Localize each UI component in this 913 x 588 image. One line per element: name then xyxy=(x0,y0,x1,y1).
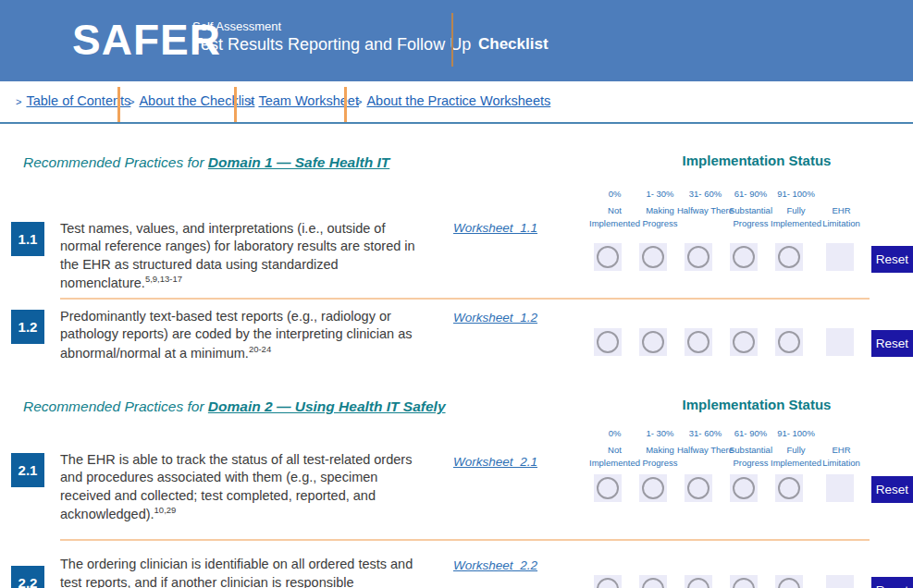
radio-circle-icon xyxy=(778,331,800,353)
worksheet-link-1-2[interactable]: Worksheet 1.2 xyxy=(453,311,537,325)
header-bar: SAFER Self Assessment Test Results Repor… xyxy=(0,0,913,81)
ehr-limitation-box[interactable] xyxy=(826,575,854,588)
radio-circle-icon xyxy=(778,477,800,499)
radio-circle-icon xyxy=(642,578,664,588)
practice-text: The EHR is able to track the status of a… xyxy=(60,451,428,523)
practice-id-badge: 1.2 xyxy=(11,310,44,344)
radio-circle-icon xyxy=(687,477,709,499)
worksheet-link-2-2[interactable]: Worksheet 2.2 xyxy=(453,558,537,572)
reset-button-2-1[interactable]: Reset xyxy=(871,476,913,503)
row-separator xyxy=(60,298,870,300)
status-radio-substantial-progress[interactable] xyxy=(730,575,758,588)
status-radio-not-implemented[interactable] xyxy=(594,243,622,271)
section-heading-domain-1: Recommended Practices for Domain 1 — Saf… xyxy=(23,154,389,171)
status-radio-fully-implemented[interactable] xyxy=(775,575,803,588)
radio-circle-icon xyxy=(733,246,755,268)
practice-text: The ordering clinician is identifiable o… xyxy=(60,556,428,588)
radio-circle-icon xyxy=(733,477,755,499)
implementation-status-title: Implementation Status xyxy=(664,153,849,168)
radio-circle-icon xyxy=(597,477,619,499)
ehr-limitation-box[interactable] xyxy=(826,243,854,271)
section-heading-domain-2: Recommended Practices for Domain 2 — Usi… xyxy=(23,398,446,415)
radio-circle-icon xyxy=(733,331,755,353)
nav-team-worksheet[interactable]: >Team Worksheet xyxy=(248,93,359,108)
status-radio-fully-implemented[interactable] xyxy=(775,243,803,271)
status-radio-substantial-progress[interactable] xyxy=(730,328,758,356)
status-radio-not-implemented[interactable] xyxy=(594,474,622,502)
nav-separator xyxy=(344,87,347,122)
status-radio-making-progress[interactable] xyxy=(639,474,667,502)
header-subtitle-small: Self Assessment xyxy=(192,19,281,33)
status-radio-substantial-progress[interactable] xyxy=(730,474,758,502)
status-column-header: EHR Limitation xyxy=(819,188,864,230)
status-radio-halfway-there[interactable] xyxy=(685,474,712,502)
chevron-right-icon: > xyxy=(16,96,21,107)
reset-button-1-1[interactable]: Reset xyxy=(871,246,913,273)
chevron-right-icon: > xyxy=(356,96,362,107)
practice-id-badge: 2.1 xyxy=(11,453,44,487)
radio-circle-icon xyxy=(733,578,755,588)
status-radio-group-2-2 xyxy=(594,575,854,588)
radio-circle-icon xyxy=(778,578,800,588)
practice-text: Predominantly text-based test reports (e… xyxy=(60,308,428,362)
header-page-type: Checklist xyxy=(478,35,549,54)
citation-superscript: 10,29 xyxy=(154,505,177,515)
citation-superscript: 5,9,13-17 xyxy=(145,274,182,284)
radio-circle-icon xyxy=(597,331,619,353)
status-radio-not-implemented[interactable] xyxy=(594,575,622,588)
domain-2-link[interactable]: Domain 2 — Using Health IT Safely xyxy=(208,398,446,414)
radio-circle-icon xyxy=(597,578,619,588)
nav-separator xyxy=(234,87,237,122)
status-radio-group-1-1 xyxy=(594,243,854,271)
row-separator xyxy=(60,539,870,541)
radio-circle-icon xyxy=(778,246,800,268)
status-radio-substantial-progress[interactable] xyxy=(730,243,758,271)
practice-id-badge: 1.1 xyxy=(11,222,44,256)
chevron-right-icon: > xyxy=(129,96,134,107)
ehr-limitation-box[interactable] xyxy=(826,328,854,356)
nav-separator xyxy=(117,87,120,122)
status-radio-making-progress[interactable] xyxy=(639,243,667,271)
radio-circle-icon xyxy=(642,331,664,353)
reset-button-1-2[interactable]: Reset xyxy=(871,330,913,357)
radio-circle-icon xyxy=(642,246,664,268)
status-radio-making-progress[interactable] xyxy=(639,328,667,356)
status-column-header: EHR Limitation xyxy=(819,427,864,470)
status-column-headers: 0%Not Implemented1- 30%Making Progress31… xyxy=(592,188,870,230)
domain-1-link[interactable]: Domain 1 — Safe Health IT xyxy=(208,154,389,170)
radio-circle-icon xyxy=(642,477,664,499)
status-radio-group-1-2 xyxy=(594,328,854,356)
chevron-right-icon: > xyxy=(248,96,253,107)
status-radio-halfway-there[interactable] xyxy=(685,328,712,356)
status-radio-not-implemented[interactable] xyxy=(594,328,622,356)
status-column-headers: 0%Not Implemented1- 30%Making Progress31… xyxy=(592,427,870,470)
practice-id-badge: 2.2 xyxy=(11,566,44,588)
status-radio-group-2-1 xyxy=(594,474,854,502)
nav-bottom-rule xyxy=(0,122,913,124)
radio-circle-icon xyxy=(597,246,619,268)
status-radio-fully-implemented[interactable] xyxy=(775,328,803,356)
radio-circle-icon xyxy=(687,246,709,268)
citation-superscript: 20-24 xyxy=(249,344,271,354)
checklist-page: SAFER Self Assessment Test Results Repor… xyxy=(0,0,913,588)
worksheet-link-1-1[interactable]: Worksheet 1.1 xyxy=(453,221,537,235)
status-radio-halfway-there[interactable] xyxy=(685,575,712,588)
nav-table-of-contents[interactable]: >Table of Contents xyxy=(16,93,130,108)
nav-about-practice-worksheets[interactable]: >About the Practice Worksheets xyxy=(356,93,550,108)
status-radio-fully-implemented[interactable] xyxy=(775,474,803,502)
header-subtitle: Test Results Reporting and Follow Up xyxy=(192,35,471,55)
radio-circle-icon xyxy=(687,331,709,353)
reset-button-2-2[interactable]: Reset xyxy=(871,577,913,588)
implementation-status-title: Implementation Status xyxy=(664,397,849,412)
status-radio-halfway-there[interactable] xyxy=(685,243,712,271)
practice-text: Test names, values, and interpretations … xyxy=(60,220,428,292)
ehr-limitation-box[interactable] xyxy=(826,474,854,502)
worksheet-link-2-1[interactable]: Worksheet 2.1 xyxy=(453,455,537,469)
header-divider xyxy=(451,13,453,67)
status-radio-making-progress[interactable] xyxy=(639,575,667,588)
radio-circle-icon xyxy=(687,578,709,588)
